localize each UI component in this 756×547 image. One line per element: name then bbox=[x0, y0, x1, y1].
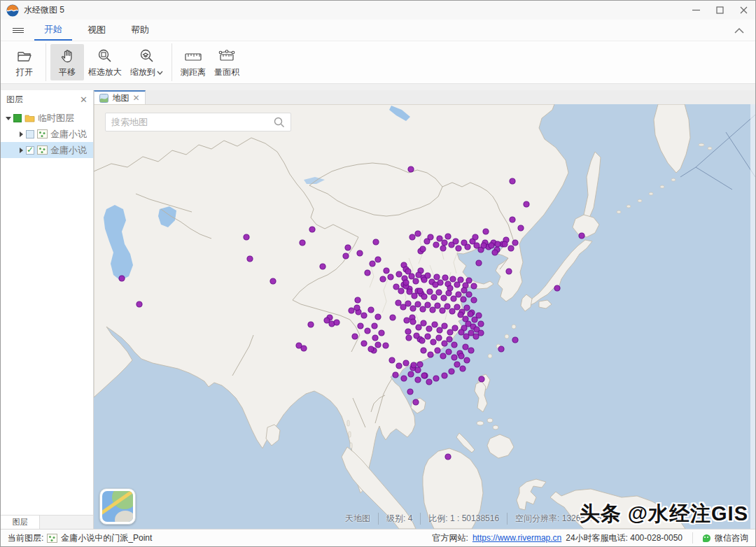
hamburger-menu-icon[interactable] bbox=[8, 20, 29, 41]
map-search-box[interactable] bbox=[105, 113, 291, 132]
map-point bbox=[444, 304, 450, 309]
map-point bbox=[554, 285, 560, 291]
open-button[interactable]: 打开 bbox=[8, 44, 41, 80]
map-point bbox=[410, 234, 415, 240]
measure-area-button[interactable]: 量面积 bbox=[210, 44, 244, 80]
map-tab[interactable]: 地图 ✕ bbox=[94, 90, 146, 104]
map-point bbox=[368, 307, 374, 313]
collapsed-arrow-icon[interactable] bbox=[18, 147, 24, 154]
map-point bbox=[300, 240, 305, 246]
map-point bbox=[416, 272, 421, 278]
map-tab-close-icon[interactable]: ✕ bbox=[132, 93, 139, 103]
map-point bbox=[512, 337, 518, 343]
map-point bbox=[430, 339, 436, 345]
measure-distance-button[interactable]: 测距离 bbox=[176, 44, 210, 80]
layers-panel-close-icon[interactable]: ✕ bbox=[80, 94, 88, 105]
map-point bbox=[442, 373, 447, 378]
search-input[interactable] bbox=[111, 117, 274, 127]
map-point bbox=[464, 305, 470, 311]
map-point bbox=[403, 360, 409, 366]
service-phone: 24小时客服电话: 400-028-0050 bbox=[566, 532, 682, 544]
layer-2-checkbox[interactable] bbox=[26, 146, 34, 155]
map-point bbox=[432, 322, 438, 327]
status-bar: 当前图层: 金庸小说中的门派_Point 官方网站: https://www.r… bbox=[1, 529, 755, 546]
map-point bbox=[389, 357, 395, 363]
map-point bbox=[449, 308, 455, 314]
search-icon[interactable] bbox=[274, 117, 285, 128]
expand-arrow-icon[interactable] bbox=[5, 115, 12, 122]
layer-2-label: 金庸小说 bbox=[50, 144, 87, 157]
map-point bbox=[442, 341, 447, 346]
watermark-text: 头条 @水经注GIS bbox=[580, 500, 748, 528]
map-point bbox=[471, 283, 477, 289]
website-link[interactable]: https://www.rivermap.cn bbox=[472, 533, 561, 543]
map-point bbox=[498, 346, 504, 352]
minimize-button[interactable] bbox=[684, 1, 708, 20]
map-point bbox=[440, 246, 446, 251]
app-logo-icon bbox=[6, 4, 19, 17]
map-point bbox=[136, 301, 142, 307]
map-point bbox=[456, 246, 461, 251]
zoom-to-button[interactable]: 缩放到 bbox=[126, 44, 167, 80]
map-canvas[interactable]: 天地图 级别: 4 比例: 1 : 50138516 空间分辨率: 13265.… bbox=[94, 104, 755, 529]
map-point bbox=[375, 342, 381, 348]
map-point bbox=[407, 389, 413, 395]
menu-view[interactable]: 视图 bbox=[78, 20, 115, 41]
menu-bar: 开始 视图 帮助 bbox=[1, 20, 755, 41]
map-point bbox=[510, 178, 515, 184]
map-point bbox=[456, 292, 461, 297]
map-point bbox=[244, 234, 249, 240]
close-button[interactable] bbox=[732, 1, 755, 20]
map-point bbox=[403, 280, 409, 285]
window-title: 水经微图 5 bbox=[24, 4, 64, 16]
map-point bbox=[365, 328, 370, 334]
collapsed-arrow-icon[interactable] bbox=[18, 131, 24, 138]
map-point bbox=[458, 312, 463, 318]
map-point bbox=[406, 335, 412, 341]
maximize-button[interactable] bbox=[708, 1, 732, 20]
map-point bbox=[411, 362, 416, 368]
map-point bbox=[447, 336, 452, 342]
wechat-consult[interactable]: 微信咨询 bbox=[715, 532, 748, 544]
box-zoom-button[interactable]: 框选放大 bbox=[84, 44, 126, 80]
map-point bbox=[425, 334, 430, 339]
map-point bbox=[425, 302, 430, 308]
layer-row-1[interactable]: 金庸小说 bbox=[1, 126, 93, 142]
map-point bbox=[442, 240, 447, 246]
layer-row-2[interactable]: 金庸小说 bbox=[1, 142, 93, 158]
menu-help[interactable]: 帮助 bbox=[121, 20, 159, 41]
map-point bbox=[427, 289, 433, 294]
map-point bbox=[357, 250, 363, 256]
layer-group-row[interactable]: 临时图层 bbox=[1, 110, 93, 126]
collapse-ribbon-icon[interactable] bbox=[734, 20, 748, 41]
map-point bbox=[408, 166, 414, 172]
layer-group-checkbox[interactable] bbox=[13, 114, 22, 122]
map-point bbox=[410, 319, 416, 325]
pan-button[interactable]: 平移 bbox=[50, 44, 84, 80]
ribbon-gap bbox=[1, 84, 755, 90]
map-point bbox=[368, 346, 374, 352]
layer-1-checkbox[interactable] bbox=[26, 130, 34, 138]
layer-1-label: 金庸小说 bbox=[50, 128, 87, 141]
map-point bbox=[409, 274, 414, 279]
map-point bbox=[408, 371, 414, 377]
folder-open-icon bbox=[16, 46, 33, 64]
map-point bbox=[433, 242, 439, 248]
menu-start[interactable]: 开始 bbox=[34, 20, 72, 41]
map-point bbox=[405, 329, 411, 334]
basemap-switcher[interactable] bbox=[99, 488, 136, 525]
map-point bbox=[361, 313, 367, 318]
map-point bbox=[343, 253, 349, 259]
measure-area-label: 量面积 bbox=[214, 66, 239, 78]
map-point bbox=[404, 318, 410, 323]
map-point bbox=[442, 323, 447, 329]
map-point bbox=[460, 366, 465, 371]
hand-pan-icon bbox=[59, 46, 76, 64]
map-point bbox=[451, 342, 457, 348]
map-point bbox=[309, 227, 315, 232]
layers-bottom-tab[interactable]: 图层 bbox=[1, 516, 40, 529]
map-point bbox=[436, 290, 442, 295]
map-point bbox=[415, 231, 421, 236]
map-point bbox=[412, 293, 417, 299]
map-point bbox=[413, 278, 419, 284]
